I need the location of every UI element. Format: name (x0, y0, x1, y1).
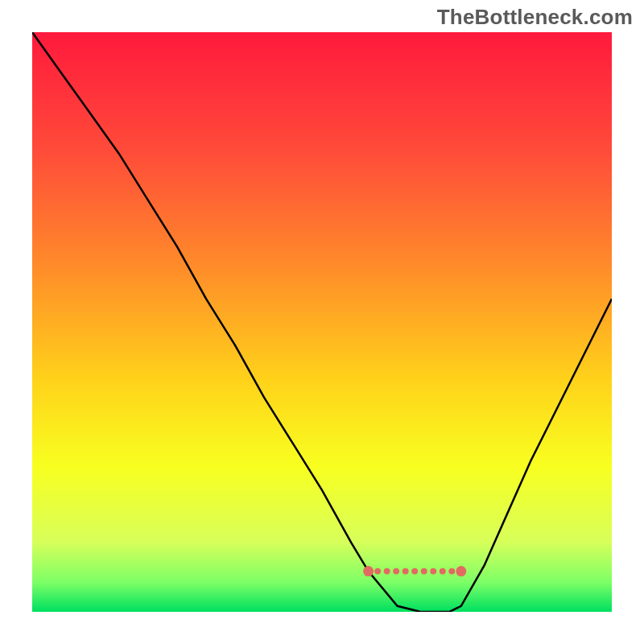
optimal-band-dot (421, 568, 427, 575)
optimal-band-dot (448, 568, 455, 575)
chart-frame: TheBottleneck.com (0, 0, 644, 644)
optimal-band-dot (363, 566, 374, 576)
curve-layer (32, 32, 612, 612)
bottleneck-curve-path (32, 32, 612, 612)
optimal-band-dot (393, 568, 399, 575)
plot-area (32, 32, 612, 612)
optimal-band-dot (374, 568, 381, 575)
optimal-band-dot (411, 568, 418, 575)
flat-optimal-band-dots (363, 566, 466, 576)
optimal-band-dot (430, 568, 436, 575)
optimal-band-dot (440, 568, 446, 575)
watermark-text: TheBottleneck.com (437, 5, 633, 30)
optimal-band-dot (384, 568, 390, 575)
optimal-band-dot (402, 568, 409, 575)
optimal-band-dot (456, 566, 466, 576)
